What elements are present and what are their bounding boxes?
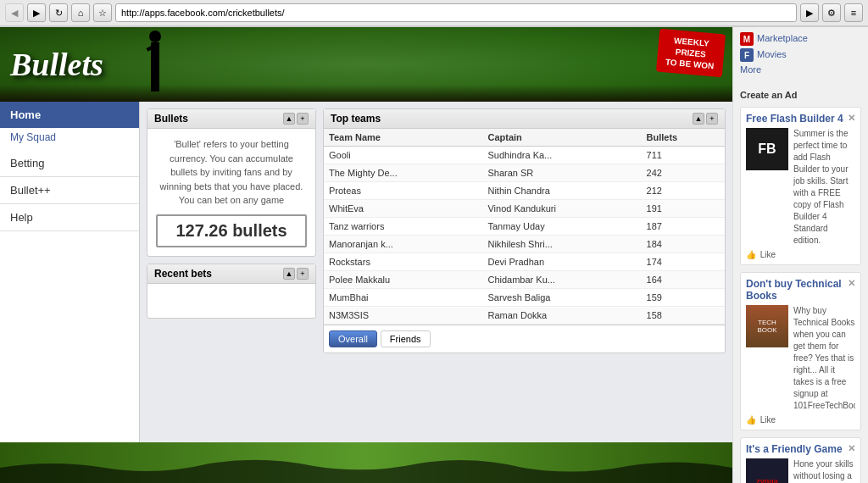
table-row: N3M3SIS Raman Dokka 158 xyxy=(324,307,725,325)
crowd-svg xyxy=(0,451,732,483)
top-teams-panel: Top teams ▲ + Team Name xyxy=(323,108,726,353)
svg-rect-4 xyxy=(155,70,159,92)
menu-button[interactable]: ≡ xyxy=(844,3,863,22)
svg-point-0 xyxy=(149,31,161,42)
bullets-panel-collapse[interactable]: ▲ xyxy=(283,113,295,125)
nav-bulletplusplus[interactable]: Bullet++ xyxy=(0,177,139,204)
teams-table-footer: Overall Friends xyxy=(324,325,725,353)
table-row: MumBhai Sarvesh Baliga 159 xyxy=(324,289,725,307)
star-button[interactable]: ☆ xyxy=(93,3,112,22)
team-name: Manoranjan k... xyxy=(324,236,482,253)
marketplace-link[interactable]: Marketplace xyxy=(757,33,808,43)
ad-flash-builder-image: FB xyxy=(746,128,788,170)
captain-name: Sarvesh Baliga xyxy=(482,289,641,307)
bullets-count: 187 xyxy=(642,218,725,236)
captain-name: Sudhindra Ka... xyxy=(482,147,641,164)
ad-zynga-close[interactable]: ✕ xyxy=(848,443,855,454)
bullets-count: 174 xyxy=(642,253,725,271)
back-button[interactable]: ◀ xyxy=(5,3,24,22)
table-row: Polee Makkalu Chidambar Ku... 164 xyxy=(324,271,725,289)
col-bullets: Bullets xyxy=(642,129,725,147)
team-name: MumBhai xyxy=(324,289,482,307)
bullets-panel: Bullets ▲ + 'Bullet' refers to your bett… xyxy=(147,108,316,257)
recent-bets-header: Recent bets ▲ + xyxy=(147,264,315,284)
table-row: Proteas Nithin Chandra 212 xyxy=(324,182,725,200)
table-row: Gooli Sudhindra Ka... 711 xyxy=(324,147,725,164)
recent-bets-title: Recent bets xyxy=(154,268,212,280)
nav-home[interactable]: Home xyxy=(0,102,139,128)
captain-name: Tanmay Uday xyxy=(482,218,641,236)
table-row: WhitEva Vinod Kandukuri 191 xyxy=(324,200,725,218)
ad-flash-builder-close[interactable]: ✕ xyxy=(848,113,855,124)
ad-flash-builder-like[interactable]: 👍 Like xyxy=(746,250,855,259)
nav-betting[interactable]: Betting xyxy=(0,150,139,177)
bullets-count: 184 xyxy=(642,236,725,253)
team-name: Proteas xyxy=(324,182,482,200)
team-name: N3M3SIS xyxy=(324,307,482,325)
col-team-name: Team Name xyxy=(324,129,482,147)
captain-name: Raman Dokka xyxy=(482,307,641,325)
table-row: The Mighty De... Sharan SR 242 xyxy=(324,164,725,182)
bullets-count: 711 xyxy=(642,147,725,164)
recent-bets-collapse[interactable]: ▲ xyxy=(283,268,295,280)
table-row: Manoranjan k... Nikhilesh Shri... 184 xyxy=(324,236,725,253)
marketplace-icon: M xyxy=(740,32,754,46)
app-panels: Bullets ▲ + 'Bullet' refers to your bett… xyxy=(140,102,732,442)
team-name: Polee Makkalu xyxy=(324,271,482,289)
captain-name: Chidambar Ku... xyxy=(482,271,641,289)
app-left-nav: Home My Squad Betting Bullet++ Help xyxy=(0,102,140,442)
recent-bets-expand[interactable]: + xyxy=(297,268,309,280)
team-name: Tanz warriors xyxy=(324,218,482,236)
ad-flash-builder-text: Summer is the perfect time to add Flash … xyxy=(793,128,855,247)
top-teams-expand[interactable]: + xyxy=(706,113,718,125)
tab-friends[interactable]: Friends xyxy=(381,330,431,347)
fb-right-sidebar: M Marketplace F Movies More Create an Ad… xyxy=(732,27,868,483)
table-row: Tanz warriors Tanmay Uday 187 xyxy=(324,218,725,236)
ad-zynga-title[interactable]: It's a Friendly Game xyxy=(746,443,843,455)
teams-table: Team Name Captain Bullets Gooli Sudhindr… xyxy=(324,129,725,325)
ad-tech-books-title[interactable]: Don't buy Technical Books xyxy=(746,278,844,302)
home-button[interactable]: ⌂ xyxy=(71,3,90,22)
bullets-panel-body: 'Bullet' refers to your betting currency… xyxy=(147,129,315,256)
bullets-panel-title: Bullets xyxy=(154,113,188,125)
top-teams-title: Top teams xyxy=(331,113,381,125)
ad-zynga-text: Hone your skills without losing a dime. … xyxy=(793,458,855,483)
forward-button[interactable]: ▶ xyxy=(27,3,46,22)
player-silhouette xyxy=(142,30,168,102)
more-link[interactable]: More xyxy=(740,64,861,75)
svg-text:zynga: zynga xyxy=(756,477,779,483)
ad-zynga-image: zynga poker xyxy=(746,458,788,483)
team-name: The Mighty De... xyxy=(324,164,482,182)
app-header: Bullets WEEKLY PRIZES TO BE WON xyxy=(0,27,732,102)
ad-tech-books-close[interactable]: ✕ xyxy=(848,278,855,289)
captain-name: Nithin Chandra xyxy=(482,182,641,200)
settings-button[interactable]: ⚙ xyxy=(822,3,841,22)
team-name: Gooli xyxy=(324,147,482,164)
go-button[interactable]: ▶ xyxy=(800,3,819,22)
captain-name: Nikhilesh Shri... xyxy=(482,236,641,253)
bullets-panel-expand[interactable]: + xyxy=(297,113,309,125)
captain-name: Devi Pradhan xyxy=(482,253,641,271)
ad-tech-books: Don't buy Technical Books ✕ TECHBOOK Why… xyxy=(740,272,861,430)
ad-tech-books-text: Why buy Technical Books when you can get… xyxy=(793,305,855,412)
refresh-button[interactable]: ↻ xyxy=(49,3,68,22)
nav-my-squad[interactable]: My Squad xyxy=(0,128,139,150)
tab-overall[interactable]: Overall xyxy=(329,330,377,347)
ad-flash-builder: Free Flash Builder 4 ✕ FB Summer is the … xyxy=(740,107,861,265)
team-name: Rockstars xyxy=(324,253,482,271)
ad-flash-builder-title[interactable]: Free Flash Builder 4 xyxy=(746,113,843,125)
bullets-info-text: 'Bullet' refers to your betting currency… xyxy=(156,137,307,208)
movies-link[interactable]: Movies xyxy=(757,49,787,59)
recent-bets-body xyxy=(147,284,315,318)
bullets-count: 127.26 bullets xyxy=(156,214,307,247)
bullets-panel-header: Bullets ▲ + xyxy=(147,109,315,129)
movies-icon: F xyxy=(740,48,754,62)
address-bar[interactable] xyxy=(115,3,797,22)
nav-help[interactable]: Help xyxy=(0,204,139,231)
top-teams-collapse[interactable]: ▲ xyxy=(693,113,704,125)
create-ad-link[interactable]: Create an Ad xyxy=(740,90,861,100)
captain-name: Vinod Kandukuri xyxy=(482,200,641,218)
team-name: WhitEva xyxy=(324,200,482,218)
svg-rect-3 xyxy=(151,70,155,92)
ad-tech-books-like[interactable]: 👍 Like xyxy=(746,415,855,425)
